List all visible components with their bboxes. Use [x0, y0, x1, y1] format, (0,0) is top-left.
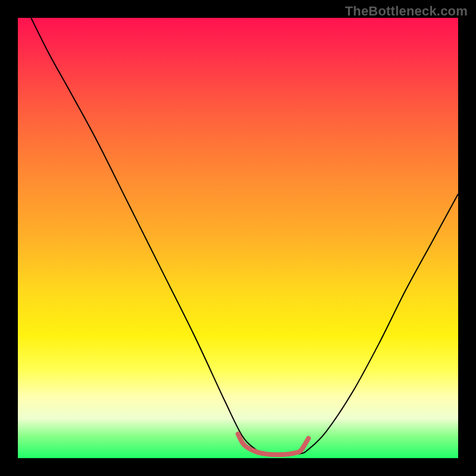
chart-svg — [18, 18, 458, 458]
watermark-text: TheBottleneck.com — [345, 4, 468, 19]
bottleneck-curve — [31, 18, 458, 454]
chart-frame: TheBottleneck.com — [0, 0, 476, 476]
plot-area — [18, 18, 458, 458]
